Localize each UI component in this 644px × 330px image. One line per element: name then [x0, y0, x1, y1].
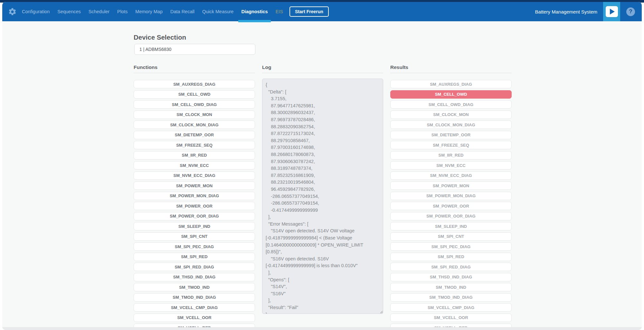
function-item[interactable]: SM_POWER_MON_DIAG [134, 192, 255, 200]
function-item[interactable]: SM_CLOCK_MON_DIAG [134, 121, 255, 129]
results-heading: Results [390, 64, 512, 72]
log-divider [262, 73, 383, 73]
device-select-value: 1 | ADBMS6830 [139, 47, 171, 52]
result-item[interactable]: SM_VCELL_CMP_DIAG [390, 303, 512, 312]
function-item[interactable]: SM_POWER_MON [134, 181, 255, 190]
result-item[interactable]: SM_SPI_RED [390, 253, 512, 261]
nav-menu: ConfigurationSequencesSchedulerPlotsMemo… [22, 2, 283, 21]
result-item[interactable]: SM_CELL_OWD_DIAG [390, 100, 512, 109]
function-item[interactable]: SM_POWER_OOR_DIAG [134, 212, 255, 220]
start-freerun-button[interactable]: Start Freerun [289, 6, 329, 17]
results-list: SM_AUXREGS_DIAGSM_CELL_OWDSM_CELL_OWD_DI… [390, 80, 512, 330]
result-item[interactable]: SM_DIETEMP_OOR [390, 131, 512, 139]
result-item[interactable]: SM_POWER_OOR_DIAG [390, 212, 512, 220]
results-column: Results SM_AUXREGS_DIAGSM_CELL_OWDSM_CEL… [390, 64, 512, 330]
nav-item[interactable]: Quick Measure [202, 2, 234, 21]
result-item[interactable]: SM_AUXREGS_DIAG [390, 80, 512, 88]
navbar-right-group: Battery Management System ? [535, 2, 642, 21]
result-item[interactable]: SM_TMOD_IND [390, 283, 512, 291]
result-item[interactable]: SM_POWER_MON [390, 181, 512, 190]
result-item[interactable]: SM_CELL_OWD [390, 90, 512, 99]
result-item[interactable]: SM_TMOD_IND_DIAG [390, 293, 512, 302]
nav-item[interactable]: Configuration [22, 2, 50, 21]
device-select[interactable]: 1 | ADBMS6830 [134, 44, 255, 55]
function-item[interactable]: SM_DIETEMP_OOR [134, 131, 255, 139]
run-panel-button[interactable] [603, 2, 620, 21]
function-item[interactable]: SM_TMOD_IND_DIAG [134, 293, 255, 302]
result-item[interactable]: SM_POWER_MON_DIAG [390, 192, 512, 200]
play-triangle-icon [610, 9, 615, 15]
function-item[interactable]: SM_NVM_ECC [134, 161, 255, 170]
result-item[interactable]: SM_SLEEP_IND [390, 222, 512, 230]
top-navbar: ConfigurationSequencesSchedulerPlotsMemo… [2, 2, 642, 21]
app-window: ConfigurationSequencesSchedulerPlotsMemo… [0, 0, 644, 330]
gear-icon[interactable] [8, 7, 17, 16]
function-item[interactable]: SM_CELL_OWD [134, 90, 255, 99]
result-item[interactable]: SM_THSD_IND_DIAG [390, 273, 512, 281]
functions-list: SM_AUXREGS_DIAGSM_CELL_OWDSM_CELL_OWD_DI… [134, 80, 255, 330]
function-item[interactable]: SM_IIR_RED [134, 151, 255, 160]
app-card: ConfigurationSequencesSchedulerPlotsMemo… [2, 2, 642, 330]
log-textarea[interactable]: { "Delta": [ 3.7155, 87.96477147625981, … [262, 79, 383, 314]
help-icon[interactable]: ? [626, 7, 635, 16]
function-item[interactable]: SM_SPI_RED_DIAG [134, 263, 255, 271]
functions-heading: Functions [134, 64, 255, 72]
function-item[interactable]: SM_VCELL_CMP_DIAG [134, 303, 255, 312]
result-item[interactable]: SM_CLOCK_MON [390, 111, 512, 119]
result-item[interactable]: SM_SPI_CNT [390, 232, 512, 241]
function-item[interactable]: SM_FREEZE_SEQ [134, 141, 255, 149]
results-divider [390, 73, 512, 73]
result-item[interactable]: SM_NVM_ECC_DIAG [390, 171, 512, 180]
function-item[interactable]: SM_SPI_CNT [134, 232, 255, 241]
function-item[interactable]: SM_VCELL_OOR [134, 314, 255, 322]
function-item[interactable]: SM_TMOD_IND [134, 283, 255, 291]
nav-item[interactable]: Diagnostics [241, 2, 268, 21]
function-item[interactable]: SM_SLEEP_IND [134, 222, 255, 230]
function-item[interactable]: SM_CELL_OWD_DIAG [134, 100, 255, 109]
result-item[interactable]: SM_NVM_ECC [390, 161, 512, 170]
app-title: Battery Management System [535, 9, 597, 15]
result-item[interactable]: SM_VCELL_OOR [390, 314, 512, 322]
function-item[interactable]: SM_POWER_OOR [134, 202, 255, 210]
function-item[interactable]: SM_CLOCK_MON [134, 111, 255, 119]
result-item[interactable]: SM_CLOCK_MON_DIAG [390, 121, 512, 129]
functions-divider [134, 73, 255, 73]
function-item[interactable]: SM_AUXREGS_DIAG [134, 80, 255, 88]
nav-item[interactable]: EIS [276, 2, 283, 21]
nav-item[interactable]: Memory Map [135, 2, 163, 21]
page-title: Device Selection [134, 34, 186, 41]
log-heading: Log [262, 64, 383, 72]
horizontal-scrollbar[interactable] [2, 327, 642, 330]
log-column: Log { "Delta": [ 3.7155, 87.964771476259… [262, 64, 383, 314]
function-item[interactable]: SM_THSD_IND_DIAG [134, 273, 255, 281]
function-item[interactable]: SM_NVM_ECC_DIAG [134, 171, 255, 180]
nav-item[interactable]: Scheduler [89, 2, 109, 21]
result-item[interactable]: SM_POWER_OOR [390, 202, 512, 210]
nav-item[interactable]: Data Recall [170, 2, 194, 21]
functions-column: Functions SM_AUXREGS_DIAGSM_CELL_OWDSM_C… [134, 64, 255, 330]
result-item[interactable]: SM_FREEZE_SEQ [390, 141, 512, 149]
play-icon [606, 6, 618, 17]
function-item[interactable]: SM_SPI_RED [134, 253, 255, 261]
result-item[interactable]: SM_SPI_PEC_DIAG [390, 242, 512, 251]
result-item[interactable]: SM_SPI_RED_DIAG [390, 263, 512, 271]
result-item[interactable]: SM_IIR_RED [390, 151, 512, 160]
nav-item[interactable]: Sequences [57, 2, 81, 21]
function-item[interactable]: SM_SPI_PEC_DIAG [134, 242, 255, 251]
nav-item[interactable]: Plots [117, 2, 128, 21]
